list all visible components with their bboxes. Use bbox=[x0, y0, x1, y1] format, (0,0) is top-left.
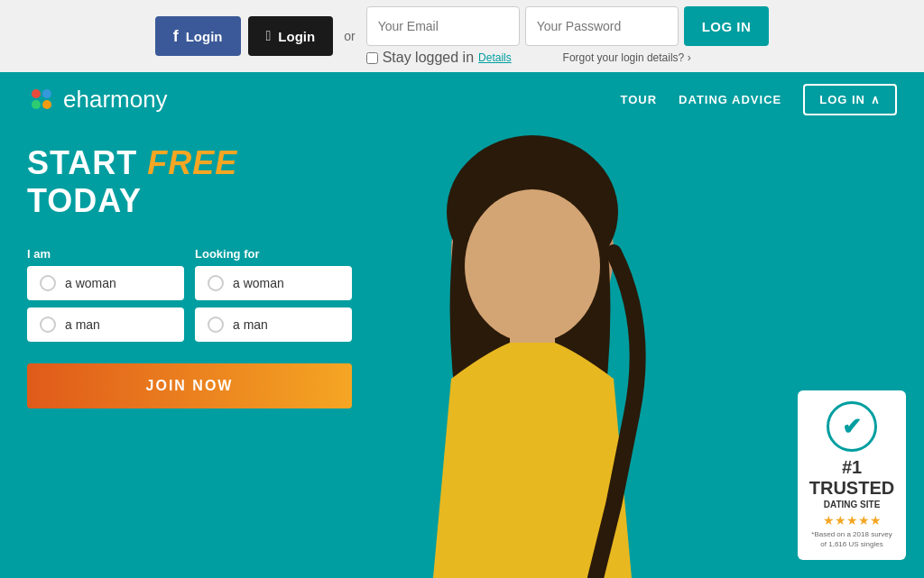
trust-badge: ✔ #1 TRUSTED DATING SITE ★★★★★ *Based on… bbox=[798, 390, 906, 560]
looking-woman-option[interactable]: a woman bbox=[195, 266, 352, 300]
apple-icon:  bbox=[266, 28, 272, 44]
i-am-woman-label: a woman bbox=[65, 276, 116, 290]
i-am-man-label: a man bbox=[65, 317, 100, 332]
or-separator: or bbox=[344, 29, 355, 43]
email-input[interactable] bbox=[366, 6, 520, 46]
trust-badge-ring: ✔ bbox=[827, 401, 877, 452]
trust-rank: #1 TRUSTED bbox=[808, 457, 895, 499]
signup-form: I am a woman a man Looking for a woman bbox=[27, 247, 352, 408]
logo: eharmony bbox=[27, 85, 168, 114]
nav-login-arrow: ∧ bbox=[871, 93, 881, 106]
headline-end: TODAY bbox=[27, 182, 142, 219]
stay-logged-checkbox[interactable] bbox=[366, 52, 378, 64]
left-content: START free TODAY I am a woman a man Look… bbox=[27, 144, 352, 408]
eharmony-logo-icon bbox=[27, 85, 56, 114]
looking-man-option[interactable]: a man bbox=[195, 307, 352, 342]
stay-logged-row: Stay logged in Details bbox=[366, 50, 512, 66]
looking-for-label: Looking for bbox=[195, 247, 352, 261]
trust-check-icon: ✔ bbox=[842, 413, 862, 441]
login-fields-group: LOG IN Stay logged in Details Forgot you… bbox=[366, 6, 770, 66]
details-link[interactable]: Details bbox=[478, 51, 512, 64]
svg-point-3 bbox=[465, 189, 600, 343]
password-input[interactable] bbox=[525, 6, 679, 46]
facebook-login-label: Login bbox=[186, 29, 223, 44]
apple-login-label: Login bbox=[278, 29, 315, 44]
form-labels-row: I am a woman a man Looking for a woman bbox=[27, 247, 352, 349]
radio-circle-look-man bbox=[208, 317, 224, 333]
radio-circle-man bbox=[40, 317, 56, 333]
headline-start: START bbox=[27, 144, 147, 181]
headline-free: free bbox=[147, 144, 237, 181]
join-now-button[interactable]: JOIN NOW bbox=[27, 363, 352, 408]
log-in-button[interactable]: LOG IN bbox=[684, 6, 770, 46]
svg-point-6 bbox=[42, 89, 51, 98]
logo-text: eharmony bbox=[63, 86, 168, 114]
forgot-password-text[interactable]: Forgot your login details? › bbox=[563, 51, 691, 64]
trust-stars: ★★★★★ bbox=[808, 513, 895, 528]
login-fields-row: LOG IN bbox=[366, 6, 770, 46]
facebook-login-button[interactable]: f Login bbox=[155, 16, 241, 56]
apple-login-button[interactable]:  Login bbox=[248, 16, 334, 56]
i-am-label: I am bbox=[27, 247, 184, 261]
tour-link[interactable]: TOUR bbox=[620, 93, 657, 106]
looking-man-label: a man bbox=[233, 317, 268, 332]
trust-site: DATING SITE bbox=[808, 499, 895, 510]
svg-point-5 bbox=[32, 89, 41, 98]
nav-login-label: LOG IN bbox=[819, 93, 865, 106]
stay-logged-label: Stay logged in bbox=[383, 50, 474, 66]
login-bottom-row: Stay logged in Details Forgot your login… bbox=[366, 50, 691, 66]
dating-advice-link[interactable]: DATING ADVICE bbox=[679, 93, 781, 106]
nav-login-button[interactable]: LOG IN ∧ bbox=[803, 84, 897, 115]
facebook-icon: f bbox=[173, 27, 179, 46]
radio-circle-look-woman bbox=[208, 275, 224, 291]
looking-for-col: Looking for a woman a man bbox=[195, 247, 352, 349]
nav-bar: eharmony TOUR DATING ADVICE LOG IN ∧ bbox=[0, 72, 924, 126]
svg-point-8 bbox=[42, 100, 51, 109]
headline: START free TODAY bbox=[27, 144, 352, 220]
i-am-man-option[interactable]: a man bbox=[27, 307, 184, 342]
hero-section: eharmony TOUR DATING ADVICE LOG IN ∧ STA… bbox=[0, 72, 924, 578]
svg-point-7 bbox=[32, 100, 41, 109]
radio-circle-woman bbox=[40, 275, 56, 291]
trust-sub: *Based on a 2018 survey of 1,616 US sing… bbox=[808, 530, 895, 549]
i-am-woman-option[interactable]: a woman bbox=[27, 266, 184, 300]
top-bar: f Login  Login or LOG IN Stay logged in… bbox=[0, 0, 924, 72]
looking-woman-label: a woman bbox=[233, 276, 284, 290]
i-am-col: I am a woman a man bbox=[27, 247, 184, 349]
nav-right: TOUR DATING ADVICE LOG IN ∧ bbox=[620, 84, 897, 115]
